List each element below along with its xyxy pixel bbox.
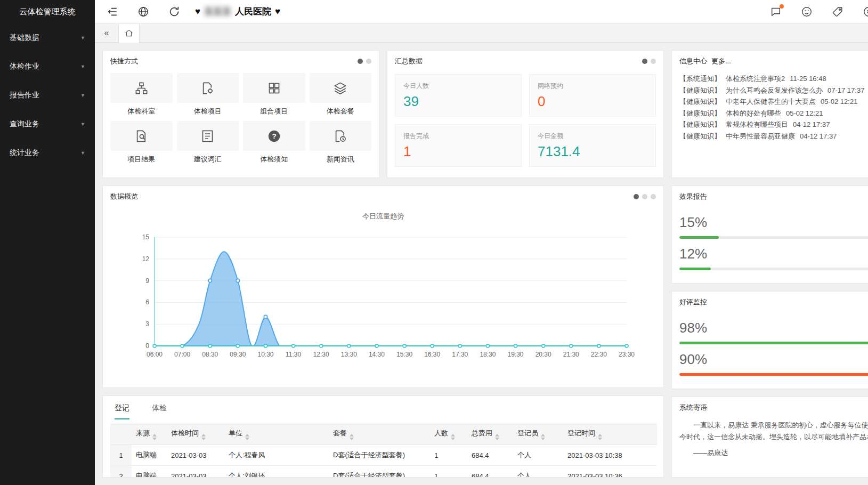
shortcut-item-results[interactable]: 项目结果 [110,121,173,169]
table-row[interactable]: 1 电脑端 2021-03-03 个人:程春风 D套(适合于经济型套餐) 1 6… [110,445,657,466]
tab-registration[interactable]: 登记 [115,403,129,419]
notification-badge [780,4,784,9]
carousel-dot[interactable] [366,59,371,64]
info-item[interactable]: 【健康知识】 为什么耳鸣会反复发作该怎么办 07-17 17:37 [679,85,868,96]
metric: 98% [672,320,868,344]
sort-icon[interactable] [451,434,455,440]
table-header-total-fee[interactable]: 总费用 [467,424,513,445]
stat-value: 7131.4 [538,143,647,160]
chevron-down-icon: ▼ [80,150,85,156]
fold-menu-icon[interactable] [107,6,118,18]
stat-today-people: 今日人数 39 [395,74,522,117]
system-message-header: 系统寄语 [672,397,868,418]
carousel-dot[interactable] [358,59,363,64]
globe-icon[interactable] [137,6,149,18]
carousel-dot[interactable] [651,194,656,199]
info-text: 为什么耳鸣会反复发作该怎么办 [726,85,823,96]
carousel-dot[interactable] [634,194,639,199]
sort-icon[interactable] [245,434,249,440]
sidebar-item-query[interactable]: 查询业务 ▼ [0,110,95,139]
shortcut-exam-notice[interactable]: ? 体检须知 [243,121,305,169]
system-message-body: 一直以来，易康达 秉承服务医院的初心，虚心服务每位使用者，在商业横飞的当今时代，… [672,418,868,460]
table-row[interactable]: 2 电脑端 2021-03-03 个人:刘银环 D套(适合于经济型套餐) 1 6… [110,466,657,478]
shortcut-suggestion-words[interactable]: 建议词汇 [177,121,239,169]
table-header-exam-time[interactable]: 体检时间 [167,424,224,445]
face-icon[interactable] [801,6,813,18]
table-header-unit[interactable]: 单位 [224,424,329,445]
svg-text:22:30: 22:30 [591,351,607,358]
info-item[interactable]: 【健康知识】 常规体检有哪些项目 04-12 17:37 [679,119,868,131]
tab-examination[interactable]: 体检 [152,403,167,419]
cell-exam-time: 2021-03-03 [167,445,224,466]
svg-text:16:30: 16:30 [424,351,440,358]
registration-panel: 登记 体检 来源 体检时间 单位 [102,395,664,478]
message-icon[interactable] [770,6,782,18]
panel-title: 系统寄语 [679,403,707,413]
panel-title: 汇总数据 [395,56,423,66]
carousel-dot[interactable] [642,59,647,64]
refresh-icon[interactable] [168,6,180,18]
table-header-source[interactable]: 来源 [132,424,167,445]
panel-title: 数据概览 [110,192,138,201]
sort-icon[interactable] [350,434,354,440]
panel-title: 好评监控 [679,297,707,307]
cell-exam-time: 2021-03-03 [167,466,224,478]
sort-icon[interactable] [201,434,206,440]
stat-reports-done: 报告完成 1 [395,124,522,167]
svg-text:20:30: 20:30 [536,351,551,358]
svg-text:13:30: 13:30 [341,351,357,358]
info-item[interactable]: 【健康知识】 体检的好处有哪些 05-02 12:21 [679,108,868,119]
shortcut-label: 建议词汇 [177,155,239,164]
sort-icon[interactable] [541,434,545,440]
sidebar-item-statistics[interactable]: 统计业务 ▼ [0,139,95,167]
column-label: 登记员 [517,429,538,437]
shortcut-exam-item[interactable]: 体检项目 [177,73,239,121]
table-header-count[interactable]: 人数 [430,424,467,445]
info-center-header: 信息中心 更多... [672,51,868,72]
sidebar: 云体检管理系统 基础数据 ▼ 体检作业 ▼ 报告作业 ▼ 查询业务 ▼ 统计业务… [0,0,95,485]
sort-icon[interactable] [152,434,157,440]
info-date: 04-12 17:37 [793,119,830,131]
panel-title: 效果报告 [679,192,707,201]
shortcut-combo-item[interactable]: 组合项目 [243,73,305,121]
collapse-tabs-icon[interactable]: « [101,28,112,38]
message-signature: ——易康达 [679,447,868,459]
sort-icon[interactable] [495,434,499,440]
svg-text:06:00: 06:00 [147,351,163,358]
shortcut-label: 新闻资讯 [310,155,372,164]
info-text: 体检的好处有哪些 [726,108,781,119]
hospital-name: 人民医院 [235,5,271,18]
cell-reg-time: 2021-03-03 10:36 [563,466,657,478]
info-item[interactable]: 【健康知识】 中老年人保健养生的十大要点 05-02 12:21 [679,96,868,108]
system-message-panel: 系统寄语 一直以来，易康达 秉承服务医院的初心，虚心服务每位使用者，在商业横飞的… [671,397,868,478]
shortcut-label: 体检须知 [243,155,305,164]
cell-registrar: 个人 [513,466,563,478]
sidebar-item-basic-data[interactable]: 基础数据 ▼ [0,23,95,52]
content: 快捷方式 体检科室 [95,43,868,485]
tab-home[interactable] [118,24,140,43]
shortcut-news[interactable]: 新闻资讯 [310,121,372,169]
tag-icon[interactable] [832,6,843,18]
content-main-column: 快捷方式 体检科室 [102,50,664,478]
sidebar-item-report-work[interactable]: 报告作业 ▼ [0,81,95,110]
info-date: 05-02 12:21 [786,108,823,119]
shortcut-exam-dept[interactable]: 体检科室 [110,73,173,121]
carousel-dot[interactable] [642,194,647,199]
carousel-dot[interactable] [651,59,656,64]
info-tag: 【健康知识】 [679,108,721,119]
svg-text:19:30: 19:30 [508,351,524,358]
shortcut-exam-package[interactable]: 体检套餐 [310,73,372,121]
table-header-registrar[interactable]: 登记员 [513,424,563,445]
svg-text:23:30: 23:30 [619,351,635,358]
info-item[interactable]: 【健康知识】 中年男性最容易亚健康 04-12 17:37 [679,131,868,142]
sort-icon[interactable] [598,434,602,440]
table-header-reg-time[interactable]: 登记时间 [563,424,657,445]
stat-label: 今日金额 [538,132,647,141]
sidebar-item-exam-work[interactable]: 体检作业 ▼ [0,52,95,81]
table-header-package[interactable]: 套餐 [329,424,430,445]
more-link[interactable]: 更多... [711,56,731,66]
info-item[interactable]: 【系统通知】 体检系统注意事项2 11-25 16:48 [679,73,868,85]
info-tag: 【系统通知】 [679,73,721,85]
close-circle-icon[interactable] [863,6,868,18]
cell-count: 1 [430,445,467,466]
